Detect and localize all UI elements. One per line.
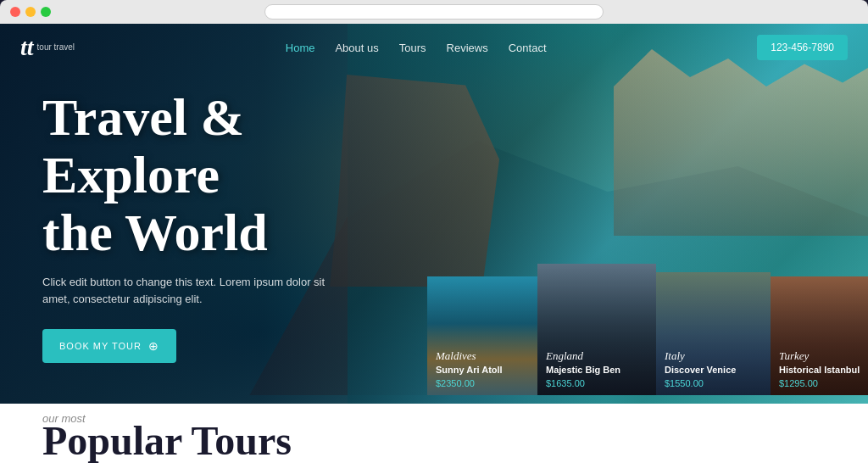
tour-cards-row: Maldives Sunny Ari Atoll $2350.00 Englan…: [427, 276, 868, 408]
nav-item-tours[interactable]: Tours: [399, 40, 426, 55]
england-country: England: [546, 349, 648, 363]
england-info: England Majestic Big Ben $1635.00: [537, 343, 656, 395]
logo-tt: tt: [20, 36, 34, 59]
book-tour-button[interactable]: BOOK MY TOUR ⊕: [42, 329, 176, 363]
turkey-price: $1295.00: [779, 378, 868, 388]
italy-name: Discover Venice: [665, 365, 762, 376]
nav-item-contact[interactable]: Contact: [509, 40, 547, 55]
hero-subtitle: Click edit button to change this text. L…: [42, 274, 348, 310]
logo[interactable]: tt tour travel: [20, 36, 75, 59]
tour-card-maldives[interactable]: Maldives Sunny Ari Atoll $2350.00: [427, 276, 537, 395]
maldives-name: Sunny Ari Atoll: [436, 365, 529, 376]
tour-card-italy[interactable]: Italy Discover Venice $1550.00: [656, 272, 771, 395]
italy-price: $1550.00: [665, 378, 762, 388]
nav-item-reviews[interactable]: Reviews: [447, 40, 488, 55]
minimize-button[interactable]: [25, 7, 36, 17]
nav-item-home[interactable]: Home: [286, 40, 315, 55]
navbar: tt tour travel Home About us Tours Revie…: [0, 24, 868, 71]
england-price: $1635.00: [546, 378, 648, 388]
url-bar[interactable]: [264, 4, 604, 20]
italy-country: Italy: [665, 349, 762, 363]
italy-info: Italy Discover Venice $1550.00: [656, 343, 771, 395]
popular-tours-title: Popular Tours: [42, 421, 292, 461]
maldives-country: Maldives: [436, 349, 529, 363]
tour-card-england[interactable]: England Majestic Big Ben $1635.00: [537, 264, 656, 395]
maldives-info: Maldives Sunny Ari Atoll $2350.00: [427, 343, 537, 395]
phone-button[interactable]: 123-456-7890: [757, 35, 848, 60]
turkey-country: Turkey: [779, 349, 868, 363]
bottom-text-block: our most Popular Tours: [42, 412, 292, 461]
turkey-info: Turkey Historical Istanbul $1295.00: [771, 343, 868, 395]
maldives-price: $2350.00: [436, 378, 529, 388]
turkey-name: Historical Istanbul: [779, 365, 868, 376]
site-wrapper: tt tour travel Home About us Tours Revie…: [0, 24, 868, 463]
window-chrome: [0, 0, 868, 24]
bottom-section: our most Popular Tours: [0, 404, 868, 463]
logo-text: tour travel: [37, 42, 75, 53]
nav-item-about[interactable]: About us: [335, 40, 378, 55]
hero-content: Travel & Explore the World Click edit bu…: [0, 71, 475, 380]
england-name: Majestic Big Ben: [546, 365, 648, 376]
hero-title: Travel & Explore the World: [42, 88, 432, 262]
arrow-icon: ⊕: [148, 339, 159, 353]
tour-card-turkey[interactable]: Turkey Historical Istanbul $1295.00: [771, 276, 868, 395]
close-button[interactable]: [10, 7, 20, 17]
maximize-button[interactable]: [41, 7, 51, 17]
nav-links: Home About us Tours Reviews Contact: [286, 40, 547, 55]
